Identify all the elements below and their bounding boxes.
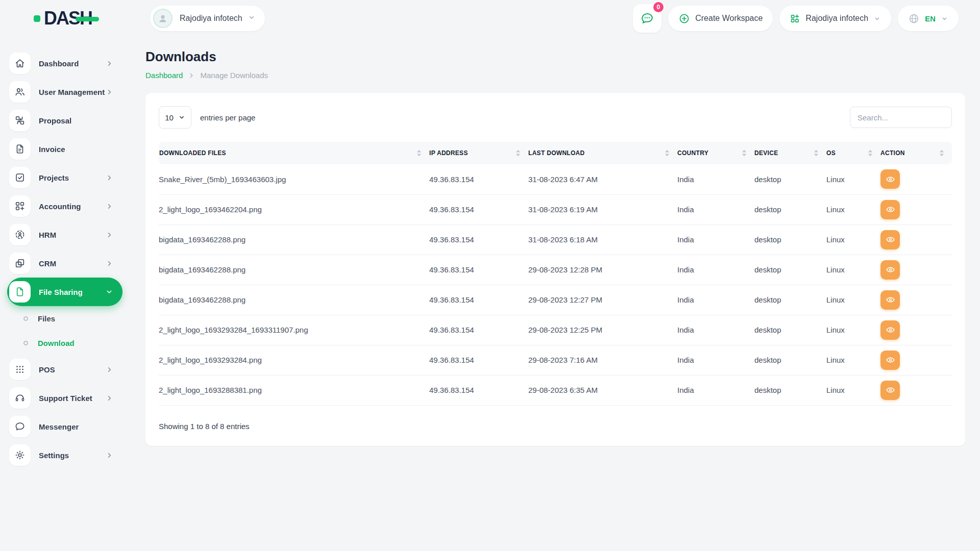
brand-name: DASH	[44, 9, 92, 28]
sidebar-item-proposal[interactable]: Proposal	[7, 106, 122, 135]
messages-button[interactable]: 0	[633, 4, 662, 33]
sidebar-item-label: HRM	[39, 231, 56, 239]
column-header-action[interactable]: ACTION	[880, 142, 952, 164]
bullet-icon	[23, 316, 28, 321]
brand-logo[interactable]: DASH	[34, 9, 92, 28]
chevron-right-icon	[106, 260, 113, 267]
column-header-ip-address[interactable]: IP ADDRESS	[429, 142, 528, 164]
sidebar-item-accounting[interactable]: Accounting	[7, 192, 122, 220]
cell-os: Linux	[826, 164, 880, 194]
cell-action	[880, 255, 952, 285]
cell-ip: 49.36.83.154	[429, 224, 528, 255]
column-header-country[interactable]: COUNTRY	[677, 142, 754, 164]
sidebar: Dashboard User Management Proposal Invoi…	[0, 37, 125, 551]
table-header: DOWNLOADED FILESIP ADDRESSLAST DOWNLOADC…	[159, 142, 952, 164]
pos-icon	[9, 359, 31, 380]
create-workspace-label: Create Workspace	[695, 14, 763, 23]
view-download-button[interactable]	[880, 200, 900, 219]
create-workspace-button[interactable]: Create Workspace	[668, 6, 773, 31]
sidebar-item-settings[interactable]: Settings	[7, 441, 122, 469]
table-controls: 10 entries per page	[159, 106, 952, 129]
sidebar-item-projects[interactable]: Projects	[7, 163, 122, 192]
view-download-button[interactable]	[880, 381, 900, 400]
cell-country: India	[677, 315, 754, 345]
cell-device: desktop	[754, 224, 826, 255]
cell-ip: 49.36.83.154	[429, 194, 528, 224]
sort-icon	[814, 150, 818, 157]
entries-per-page-select[interactable]: 10	[159, 106, 191, 129]
sidebar-item-messenger[interactable]: Messenger	[7, 412, 122, 441]
company-selector-label: Rajodiya infotech	[805, 14, 868, 23]
view-download-button[interactable]	[880, 169, 900, 189]
cell-last: 29-08-2023 12:27 PM	[528, 285, 677, 315]
globe-icon	[908, 13, 920, 24]
view-download-button[interactable]	[880, 350, 900, 370]
column-header-last-download[interactable]: LAST DOWNLOAD	[528, 142, 677, 164]
cell-country: India	[677, 255, 754, 285]
cell-action	[880, 164, 952, 194]
cell-last: 31-08-2023 6:47 AM	[528, 164, 677, 194]
workspace-selector-label: Rajodiya infotech	[180, 14, 242, 23]
support-icon	[9, 387, 31, 409]
sidebar-item-support-ticket[interactable]: Support Ticket	[7, 384, 122, 412]
column-header-label: IP ADDRESS	[429, 149, 468, 157]
cell-country: India	[677, 285, 754, 315]
home-icon	[9, 53, 31, 74]
sidebar-item-dashboard[interactable]: Dashboard	[7, 49, 122, 78]
language-label: EN	[925, 14, 936, 23]
table-row: bigdata_1693462288.png49.36.83.15431-08-…	[159, 224, 952, 255]
sidebar-item-label: CRM	[39, 259, 56, 268]
company-selector[interactable]: Rajodiya infotech	[779, 6, 891, 31]
table-row: bigdata_1693462288.png49.36.83.15429-08-…	[159, 255, 952, 285]
cell-country: India	[677, 164, 754, 194]
logo-dash-icon	[34, 15, 40, 22]
cell-action	[880, 315, 952, 345]
breadcrumb-dashboard-link[interactable]: Dashboard	[145, 71, 183, 80]
sidebar-item-hrm[interactable]: HRM	[7, 220, 122, 249]
cell-ip: 49.36.83.154	[429, 285, 528, 315]
view-download-button[interactable]	[880, 260, 900, 280]
settings-icon	[9, 444, 31, 466]
column-header-os[interactable]: OS	[826, 142, 880, 164]
column-header-label: OS	[826, 149, 836, 157]
projects-icon	[9, 167, 31, 188]
bullet-icon	[23, 341, 28, 345]
sidebar-item-label: Messenger	[39, 422, 79, 431]
view-download-button[interactable]	[880, 230, 900, 249]
hrm-icon	[9, 224, 31, 245]
column-header-device[interactable]: DEVICE	[754, 142, 826, 164]
column-header-label: DEVICE	[754, 149, 778, 157]
accounting-icon	[9, 195, 31, 217]
cell-device: desktop	[754, 375, 826, 405]
cell-ip: 49.36.83.154	[429, 255, 528, 285]
cell-last: 31-08-2023 6:18 AM	[528, 224, 677, 255]
sidebar-item-user-management[interactable]: User Management	[7, 78, 122, 106]
sidebar-item-label: User Management	[39, 88, 105, 96]
cell-action	[880, 194, 952, 224]
cell-os: Linux	[826, 194, 880, 224]
view-download-button[interactable]	[880, 290, 900, 310]
sidebar-subitem-label: Files	[38, 314, 55, 323]
cell-os: Linux	[826, 375, 880, 405]
sidebar-item-invoice[interactable]: Invoice	[7, 135, 122, 163]
sidebar-item-crm[interactable]: CRM	[7, 249, 122, 278]
sidebar-item-pos[interactable]: POS	[7, 355, 122, 384]
cell-action	[880, 285, 952, 315]
column-header-downloaded-files[interactable]: DOWNLOADED FILES	[159, 142, 429, 164]
table-row: bigdata_1693462288.png49.36.83.15429-08-…	[159, 285, 952, 315]
sidebar-item-label: Projects	[39, 173, 69, 182]
chevron-down-icon	[105, 288, 113, 296]
cell-device: desktop	[754, 315, 826, 345]
cell-os: Linux	[826, 285, 880, 315]
search-input[interactable]	[850, 107, 952, 128]
logo-wrap: DASH	[0, 9, 125, 28]
workspace-selector[interactable]: Rajodiya infotech	[150, 6, 265, 31]
sidebar-subitem-download[interactable]: Download	[7, 331, 125, 355]
cell-device: desktop	[754, 255, 826, 285]
language-selector[interactable]: EN	[898, 6, 959, 31]
sidebar-subitem-files[interactable]: Files	[7, 306, 125, 331]
sort-icon	[665, 150, 669, 157]
view-download-button[interactable]	[880, 320, 900, 340]
cell-country: India	[677, 345, 754, 375]
sidebar-item-file-sharing[interactable]: File Sharing	[7, 278, 122, 306]
